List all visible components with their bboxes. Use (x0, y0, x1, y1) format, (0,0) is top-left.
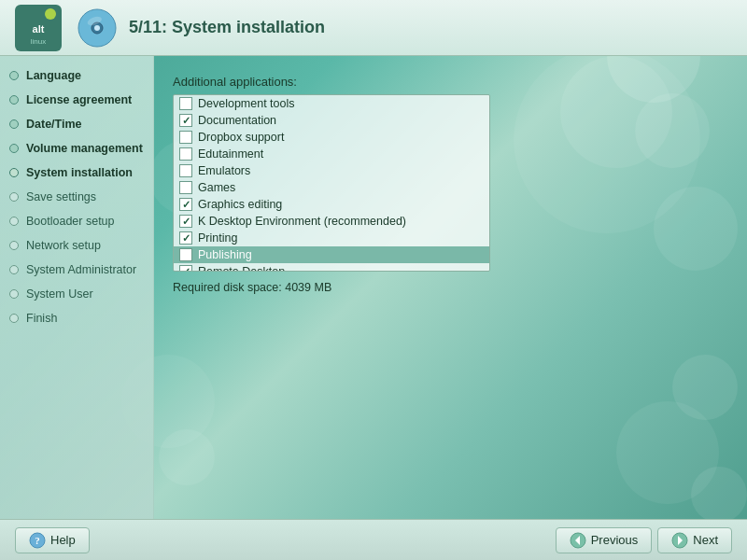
app-item[interactable]: Development tools (174, 95, 489, 112)
sidebar-label-volume: Volume management (26, 142, 143, 155)
next-button[interactable]: Next (657, 527, 732, 553)
app-checkbox[interactable]: ✓ (179, 265, 192, 272)
app-item[interactable]: ✓K Desktop Environment (recommended) (174, 213, 489, 230)
sidebar-item-sysadmin[interactable]: System Administrator (0, 258, 153, 282)
section-label: Additional applications: (173, 75, 728, 89)
sidebar-item-language[interactable]: Language (0, 63, 153, 88)
app-label: Remote Desktop (198, 265, 285, 272)
sidebar-dot-volume (9, 144, 19, 153)
install-icon (77, 7, 118, 49)
sidebar-label-language: Language (26, 69, 81, 82)
help-label: Help (50, 533, 76, 547)
app-item[interactable]: ✓Documentation (174, 112, 489, 129)
app-label: Graphics editing (198, 198, 282, 211)
app-item[interactable]: Edutainment (174, 146, 489, 162)
sidebar-dot-bootloader (9, 217, 19, 226)
sidebar-label-datetime: Date/Time (26, 118, 82, 131)
sidebar-dot-sysinstall (9, 168, 19, 177)
sidebar-dot-language (9, 71, 19, 80)
app-checkbox[interactable]: ✓ (179, 198, 192, 211)
app-checkbox[interactable] (179, 147, 192, 161)
bottom-bar: ? Help Previous Next (0, 519, 747, 560)
sidebar-item-sysuser[interactable]: System User (0, 282, 153, 306)
sidebar-label-sysinstall: System installation (26, 166, 133, 179)
svg-text:alt: alt (33, 23, 45, 35)
sidebar-item-license[interactable]: License agreement (0, 88, 153, 112)
disk-space-label: Required disk space: 4039 MB (173, 281, 728, 294)
previous-label: Previous (591, 533, 639, 547)
header-title: 5/11: System installation (129, 18, 325, 37)
app-item[interactable]: Emulators (174, 162, 489, 179)
app-checkbox[interactable] (179, 131, 192, 144)
app-label: Emulators (198, 164, 250, 177)
app-checkbox[interactable]: ✓ (179, 114, 192, 127)
app-item[interactable]: ✓Printing (174, 230, 489, 246)
sidebar-label-sysadmin: System Administrator (26, 263, 136, 276)
sidebar-item-bootloader[interactable]: Bootloader setup (0, 209, 153, 233)
sidebar-item-sysinstall[interactable]: System installation (0, 161, 153, 185)
nav-buttons: Previous Next (556, 527, 732, 553)
app-label: Documentation (198, 114, 276, 127)
sidebar-dot-sysadmin (9, 265, 19, 274)
altlinux-logo: alt linux (15, 5, 62, 51)
sidebar-label-license: License agreement (26, 93, 132, 106)
app-checkbox[interactable]: ✓ (179, 215, 192, 228)
sidebar-dot-datetime (9, 119, 19, 129)
svg-point-3 (45, 8, 56, 20)
sidebar-dot-sysuser (9, 289, 19, 299)
sidebar-item-datetime[interactable]: Date/Time (0, 112, 153, 136)
sidebar-dot-network (9, 241, 19, 250)
previous-icon (570, 532, 586, 549)
help-icon: ? (29, 532, 46, 549)
app-item[interactable]: Dropbox support (174, 129, 489, 146)
svg-text:?: ? (35, 535, 40, 546)
app-checkbox[interactable] (179, 97, 192, 110)
svg-text:linux: linux (31, 37, 46, 46)
app-checkbox[interactable] (179, 164, 192, 177)
app-label: Publishing (198, 248, 252, 261)
svg-point-6 (94, 25, 100, 31)
content-area: Additional applications: Development too… (154, 56, 747, 519)
app-checkbox[interactable] (179, 181, 192, 194)
app-label: Printing (198, 231, 237, 245)
app-label: Development tools (198, 97, 295, 110)
sidebar-label-bootloader: Bootloader setup (26, 215, 115, 228)
app-label: Dropbox support (198, 131, 284, 144)
help-button[interactable]: ? Help (15, 527, 90, 553)
app-list[interactable]: Development tools✓DocumentationDropbox s… (173, 94, 490, 272)
sidebar-label-network: Network setup (26, 239, 101, 252)
next-label: Next (693, 533, 718, 547)
sidebar-item-savesettings[interactable]: Save settings (0, 185, 153, 209)
app-label: Games (198, 181, 235, 194)
previous-button[interactable]: Previous (556, 527, 653, 553)
sidebar-label-finish: Finish (26, 312, 57, 325)
app-item[interactable]: ✓Graphics editing (174, 196, 489, 213)
app-item[interactable]: ✓Remote Desktop (174, 263, 489, 272)
sidebar-dot-savesettings (9, 192, 19, 202)
sidebar-label-sysuser: System User (26, 287, 93, 301)
sidebar-dot-finish (9, 314, 19, 323)
sidebar-item-volume[interactable]: Volume management (0, 136, 153, 161)
app-checkbox[interactable] (179, 248, 192, 261)
app-label: Edutainment (198, 147, 263, 161)
next-icon (671, 532, 688, 549)
sidebar: LanguageLicense agreementDate/TimeVolume… (0, 56, 154, 519)
sidebar-label-savesettings: Save settings (26, 190, 96, 203)
app-list-section: Additional applications: Development too… (173, 75, 728, 294)
app-checkbox[interactable]: ✓ (179, 231, 192, 245)
sidebar-dot-license (9, 95, 19, 105)
header: alt linux 5/11: System installation (0, 0, 747, 56)
sidebar-item-finish[interactable]: Finish (0, 306, 153, 330)
sidebar-item-network[interactable]: Network setup (0, 233, 153, 258)
app-item[interactable]: Publishing (174, 246, 489, 263)
app-item[interactable]: Games (174, 179, 489, 196)
app-label: K Desktop Environment (recommended) (198, 215, 406, 228)
